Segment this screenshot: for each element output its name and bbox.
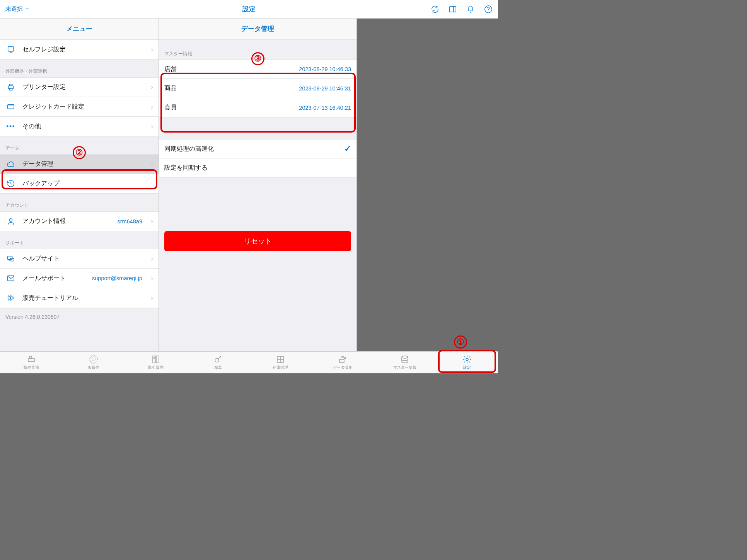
annotation-number-1: ① <box>454 335 467 349</box>
svg-rect-14 <box>29 356 32 359</box>
tab-label: 精算 <box>214 365 222 370</box>
tab-temp-sales[interactable]: 仮販売 <box>62 352 124 373</box>
tab-label: 設定 <box>463 365 471 370</box>
menu-other[interactable]: ••• その他 › <box>0 117 159 136</box>
svg-rect-0 <box>450 6 456 12</box>
detail-panel: データ管理 マスター情報 店舗 2023-08-29 10:46:33 商品 2… <box>159 19 357 351</box>
split-view-icon[interactable] <box>449 5 457 14</box>
svg-rect-28 <box>344 357 346 359</box>
tab-settings[interactable]: 設定 <box>436 352 498 373</box>
book-icon <box>151 355 160 364</box>
svg-rect-6 <box>9 88 12 90</box>
svg-rect-18 <box>153 356 155 363</box>
top-bar: 未選択 ﹀ 設定 <box>0 0 498 19</box>
collect-icon <box>338 355 347 364</box>
version-label: Version 4.26.0.230607 <box>0 308 159 325</box>
menu-label: その他 <box>22 123 145 131</box>
svg-point-29 <box>402 356 408 358</box>
master-member-row[interactable]: 会員 2023-07-13 16:40:21 <box>159 98 356 117</box>
dashed-register-icon <box>89 355 99 364</box>
reset-button-label: リセット <box>244 237 272 245</box>
tab-master[interactable]: マスター情報 <box>374 352 436 373</box>
chevron-right-icon: › <box>151 255 153 263</box>
row-timestamp: 2023-07-13 16:40:21 <box>299 105 351 111</box>
credit-card-icon <box>5 102 16 111</box>
chevron-right-icon: › <box>151 160 153 168</box>
tab-sales[interactable]: 販売業務 <box>0 352 62 373</box>
row-label: 会員 <box>164 104 177 112</box>
master-product-row[interactable]: 商品 2023-08-29 10:46:31 <box>159 79 356 98</box>
chevron-down-icon: ﹀ <box>25 6 30 12</box>
menu-label: 販売チュートリアル <box>22 294 145 302</box>
row-label: 設定を同期する <box>164 164 208 172</box>
row-timestamp: 2023-08-29 10:46:31 <box>299 85 351 92</box>
menu-label: ヘルプサイト <box>22 255 145 263</box>
key-icon <box>213 355 223 364</box>
store-selector[interactable]: 未選択 ﹀ <box>5 5 30 13</box>
chevron-right-icon: › <box>151 274 153 283</box>
drawer-icon <box>276 355 285 364</box>
person-icon <box>5 217 16 226</box>
bell-icon[interactable] <box>466 5 475 14</box>
chat-icon <box>5 255 16 263</box>
chevron-right-icon: › <box>151 83 153 91</box>
sync-settings-row[interactable]: 設定を同期する <box>159 158 356 178</box>
menu-label: クレジットカード設定 <box>22 103 145 111</box>
tab-label: マスター情報 <box>393 365 416 370</box>
more-icon: ••• <box>5 123 16 130</box>
menu-label: セルフレジ設定 <box>22 46 145 54</box>
menu-account-info[interactable]: アカウント情報 srm648a9 › <box>0 211 159 231</box>
section-external-label: 外部機器・外部連携 <box>0 60 159 77</box>
tab-inventory[interactable]: 在庫管理 <box>249 352 311 373</box>
refresh-icon[interactable] <box>431 5 439 14</box>
menu-panel: メニュー セルフレジ設定 › 外部機器・外部連携 プリンター設定 › <box>0 19 159 351</box>
menu-label: データ管理 <box>22 160 145 168</box>
section-support-label: サポート <box>0 231 159 249</box>
svg-rect-3 <box>8 46 14 51</box>
fast-forward-icon <box>5 294 16 302</box>
svg-point-22 <box>215 358 219 362</box>
svg-rect-13 <box>28 359 34 362</box>
help-icon[interactable] <box>484 5 493 14</box>
chevron-right-icon: › <box>151 294 153 302</box>
svg-rect-27 <box>342 356 343 358</box>
menu-mail-support[interactable]: メールサポート support@smaregi.jp › <box>0 269 159 288</box>
empty-panel <box>357 19 498 351</box>
svg-point-9 <box>9 218 12 221</box>
sync-speed-row[interactable]: 同期処理の高速化 ✓ <box>159 139 356 158</box>
store-selector-label: 未選択 <box>5 5 23 13</box>
section-account-label: アカウント <box>0 194 159 211</box>
svg-rect-19 <box>156 356 159 363</box>
detail-header: データ管理 <box>159 19 356 40</box>
menu-help-site[interactable]: ヘルプサイト › <box>0 249 159 269</box>
reset-button[interactable]: リセット <box>164 231 351 251</box>
chevron-right-icon: › <box>151 217 153 225</box>
menu-sales-tutorial[interactable]: 販売チュートリアル › <box>0 288 159 308</box>
chevron-right-icon: › <box>151 46 153 54</box>
printer-icon <box>5 83 16 92</box>
menu-credit-card[interactable]: クレジットカード設定 › <box>0 97 159 117</box>
row-label: 同期処理の高速化 <box>164 145 214 153</box>
page-title: 設定 <box>0 5 498 14</box>
svg-point-16 <box>90 356 97 363</box>
menu-label: メールサポート <box>22 274 86 283</box>
tab-history[interactable]: 取引履歴 <box>124 352 187 373</box>
cash-register-icon <box>26 355 36 364</box>
svg-rect-26 <box>339 359 344 363</box>
tab-settlement[interactable]: 精算 <box>187 352 249 373</box>
menu-label: プリンター設定 <box>22 83 145 91</box>
tablet-icon <box>5 46 16 54</box>
cloud-icon <box>5 160 16 169</box>
menu-backup[interactable]: バックアップ <box>0 174 159 194</box>
menu-self-register[interactable]: セルフレジ設定 › <box>0 40 159 60</box>
tab-data-collect[interactable]: データ収集 <box>311 352 374 373</box>
annotation-number-2: ② <box>73 146 86 159</box>
menu-header: メニュー <box>0 19 159 40</box>
tab-label: 仮販売 <box>88 365 99 370</box>
menu-label: バックアップ <box>22 180 153 188</box>
row-label: 店舗 <box>164 65 177 73</box>
support-email-value: support@smaregi.jp <box>92 275 142 281</box>
menu-printer[interactable]: プリンター設定 › <box>0 77 159 97</box>
tab-label: 在庫管理 <box>273 365 288 370</box>
svg-rect-5 <box>9 84 12 86</box>
